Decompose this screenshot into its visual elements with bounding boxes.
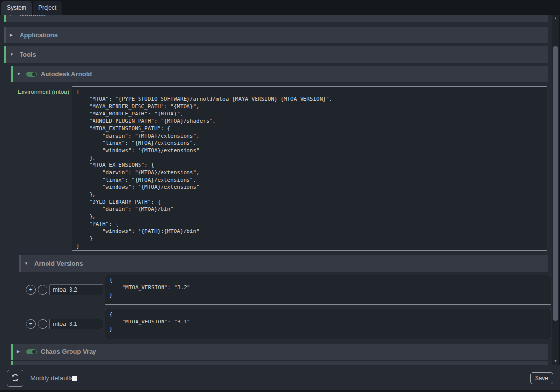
save-button[interactable]: Save	[530, 372, 553, 384]
version-name-input[interactable]	[49, 284, 103, 295]
modified-indicator-bar	[11, 344, 13, 360]
remove-version-button[interactable]: -	[38, 285, 47, 295]
arnold-enabled-toggle[interactable]	[26, 72, 37, 77]
section-header-modules[interactable]: ▶ Modules	[4, 15, 548, 22]
remove-version-button[interactable]: -	[38, 319, 47, 329]
expand-arrow-icon[interactable]: ▼	[17, 72, 23, 76]
version-row-buttons: + -	[26, 285, 49, 295]
section-label: Chaos Group Vray	[41, 348, 96, 355]
version-row: + - { "MTOA_VERSION": "3.2" }	[19, 275, 552, 305]
minus-icon: -	[42, 321, 44, 327]
plus-icon: +	[29, 321, 32, 327]
collapse-arrow-icon[interactable]: ▶	[17, 349, 23, 354]
indicator-bar	[4, 27, 6, 43]
version-json-editor[interactable]: { "MTOA_VERSION": "3.2" }	[105, 275, 551, 305]
refresh-icon	[11, 373, 20, 384]
modified-indicator-bar	[11, 66, 13, 82]
version-row-buttons: + -	[26, 319, 49, 329]
section-label: Arnold Versions	[34, 260, 83, 267]
scroll-up-icon[interactable]: ▲	[552, 15, 559, 22]
tab-project[interactable]: Project	[33, 1, 62, 15]
environment-json-editor[interactable]: { "MTOA": "{PYPE_STUDIO_SOFTWARE}/arnold…	[72, 86, 547, 251]
scroll-down-icon[interactable]: ▼	[552, 358, 559, 365]
section-header-applications[interactable]: ▶ Applications	[4, 27, 548, 43]
expand-arrow-icon[interactable]: ▼	[24, 261, 30, 266]
modified-indicator-bar	[11, 361, 13, 365]
toggle-knob	[32, 72, 36, 76]
section-header-chaos-group-vray[interactable]: ▶ Chaos Group Vray	[11, 344, 548, 360]
indicator-bar	[19, 255, 21, 272]
scrollbar-thumb[interactable]	[553, 46, 558, 321]
tab-system[interactable]: System	[1, 1, 32, 15]
version-name-input[interactable]	[49, 319, 103, 329]
environment-row: Environment (mtoa) { "MTOA": "{PYPE_STUD…	[11, 86, 552, 251]
vertical-scrollbar[interactable]: ▲ ▼	[552, 15, 560, 365]
collapse-arrow-icon[interactable]: ▶	[10, 33, 16, 37]
add-version-button[interactable]: +	[26, 285, 36, 295]
modify-defaults-label: Modify defaults	[30, 374, 73, 382]
section-label: Modules	[20, 15, 46, 18]
section-label: Tools	[20, 51, 36, 58]
environment-label: Environment (mtoa)	[11, 86, 72, 251]
minus-icon: -	[42, 286, 44, 293]
toggle-knob	[32, 350, 36, 354]
refresh-button[interactable]	[7, 370, 23, 387]
settings-scroll-area: ▶ Modules ▶ Applications ▼ Tools ▼ Autod…	[0, 15, 552, 365]
modified-indicator-bar	[4, 15, 6, 22]
collapse-arrow-icon[interactable]: ▶	[10, 15, 16, 16]
expand-arrow-icon[interactable]: ▼	[10, 52, 16, 57]
section-header-autodesk-arnold[interactable]: ▼ Autodesk Arnold	[11, 66, 548, 82]
section-label: Autodesk Arnold	[41, 70, 92, 78]
partial-section-header[interactable]	[11, 361, 548, 365]
version-json-editor[interactable]: { "MTOA_VERSION": "3.1" }	[105, 309, 551, 339]
vray-enabled-toggle[interactable]	[26, 349, 37, 354]
version-row: + - { "MTOA_VERSION": "3.1" }	[19, 309, 552, 339]
settings-tab-bar: System Project	[0, 0, 560, 15]
modified-indicator-bar	[4, 46, 6, 63]
footer-bar: Modify defaults Save	[0, 365, 560, 392]
add-version-button[interactable]: +	[26, 319, 36, 329]
section-header-arnold-versions[interactable]: ▼ Arnold Versions	[19, 255, 548, 272]
plus-icon: +	[29, 286, 32, 293]
modify-defaults-checkbox[interactable]	[72, 376, 77, 381]
section-label: Applications	[20, 31, 58, 39]
section-header-tools[interactable]: ▼ Tools	[4, 46, 548, 63]
